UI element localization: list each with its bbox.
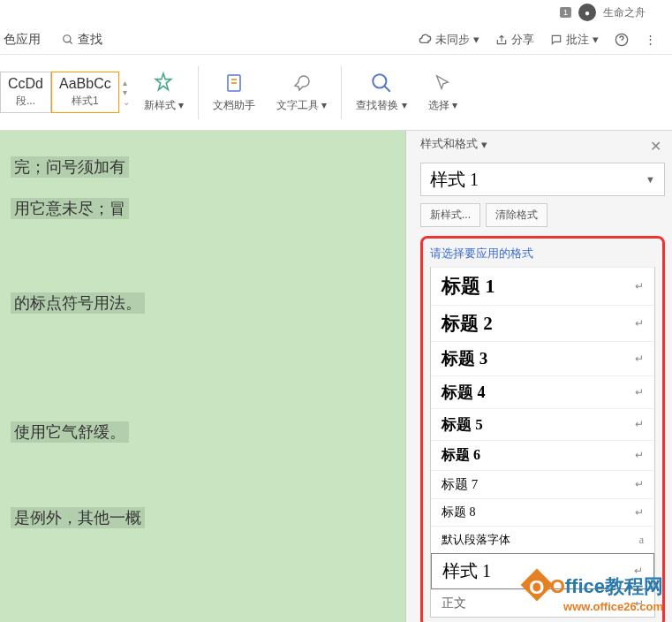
style-item-default-font[interactable]: 默认段落字体a — [431, 526, 654, 553]
comment-btn[interactable]: 批注 ▾ — [550, 32, 599, 48]
username: 生命之舟 — [603, 5, 646, 20]
styles-panel: 样式和格式 ▾ ✕ 样式 1 ▼ 新样式... 清除格式 请选择要应用的格式 标… — [413, 131, 672, 622]
clear-format-button[interactable]: 清除格式 — [486, 203, 547, 227]
find-replace-label: 查找替换 — [356, 99, 398, 111]
close-icon[interactable]: ✕ — [650, 138, 661, 155]
doc-text[interactable]: 是例外，其他一概 — [11, 507, 145, 528]
more-btn[interactable]: ⋮ — [645, 33, 656, 46]
style-name: 样式1 — [59, 94, 111, 109]
chevron-down-icon[interactable]: ▾ — [481, 138, 487, 151]
style-list: 标题 1↵ 标题 2↵ 标题 3↵ 标题 4↵ 标题 5↵ 标题 6↵ 标题 7… — [430, 267, 655, 618]
style-item-h1[interactable]: 标题 1↵ — [431, 267, 654, 305]
style-item-h8[interactable]: 标题 8↵ — [431, 498, 654, 526]
style-item-h6[interactable]: 标题 6↵ — [431, 440, 654, 470]
sync-btn[interactable]: 未同步 ▾ — [418, 32, 479, 48]
style-item-h4[interactable]: 标题 4↵ — [431, 375, 654, 408]
find-replace-icon — [370, 72, 393, 95]
tag-badge: 1 — [560, 7, 571, 18]
find-replace-btn[interactable]: 查找替换 ▾ — [345, 68, 417, 117]
doc-text[interactable]: 使用它气舒缓。 — [11, 421, 129, 443]
new-style-btn[interactable]: 新样式 ▾ — [133, 68, 194, 117]
comment-label: 批注 — [566, 32, 589, 48]
avatar[interactable]: ● — [578, 4, 596, 21]
chevron-down-icon: ▾ — [593, 33, 599, 46]
select-label: 选择 — [428, 99, 449, 111]
text-tool-label: 文字工具 — [276, 99, 319, 111]
style-item-h5[interactable]: 标题 5↵ — [431, 408, 654, 440]
doc-text[interactable]: 完；问号须加有 — [11, 156, 129, 178]
help-icon — [615, 33, 629, 47]
style-name: 段... — [8, 94, 43, 109]
logo-icon — [520, 569, 553, 602]
doc-helper-btn[interactable]: 文档助手 — [202, 68, 266, 117]
style-item-h2[interactable]: 标题 2↵ — [431, 305, 654, 341]
style-item-h7[interactable]: 标题 7↵ — [431, 470, 654, 498]
document-canvas[interactable]: 完；问号须加有 用它意未尽；冒 的标点符号用法。 使用它气舒缓。 是例外，其他一… — [0, 131, 406, 622]
style-gallery-item-current[interactable]: AaBbCc 样式1 — [51, 72, 119, 113]
doc-text[interactable]: 用它意未尽；冒 — [11, 198, 129, 219]
svg-point-0 — [64, 34, 71, 42]
share-icon — [495, 34, 508, 46]
sync-label: 未同步 — [435, 32, 470, 48]
current-style-label: 样式 1 — [430, 168, 479, 192]
style-preview: CcDd — [8, 76, 43, 92]
help-btn[interactable] — [615, 33, 629, 47]
chevron-down-icon: ▾ — [473, 33, 479, 46]
select-btn[interactable]: 选择 ▾ — [418, 68, 468, 117]
panel-title: 样式和格式 ▾ — [420, 136, 665, 152]
doc-text[interactable]: 的标点符号用法。 — [11, 292, 145, 314]
gallery-more-icon[interactable]: ⌄ — [123, 97, 130, 107]
new-style-label: 新样式 — [144, 99, 176, 111]
watermark-url: www.office26.com — [525, 600, 663, 613]
svg-line-1 — [70, 41, 72, 43]
watermark: Office教程网 www.office26.com — [525, 570, 663, 613]
comment-icon — [550, 34, 563, 46]
style-preview: AaBbCc — [59, 76, 111, 92]
svg-point-4 — [373, 74, 386, 87]
gallery-down-icon[interactable]: ▾ — [123, 87, 130, 97]
titlebar: 1 ● 生命之舟 — [0, 0, 672, 25]
svg-line-5 — [384, 86, 390, 92]
current-style-select[interactable]: 样式 1 ▼ — [420, 163, 665, 196]
style-item-h3[interactable]: 标题 3↵ — [431, 341, 654, 375]
text-tool-icon — [291, 72, 313, 95]
scrollbar[interactable] — [406, 131, 413, 622]
doc-helper-label: 文档助手 — [213, 98, 255, 113]
find-label: 查找 — [78, 32, 102, 48]
find-btn[interactable]: 查找 — [62, 32, 102, 48]
search-icon — [62, 34, 74, 46]
ribbon: CcDd 段... AaBbCc 样式1 ▴ ▾ ⌄ 新样式 ▾ 文档助手 文字… — [0, 55, 672, 131]
cursor-icon — [431, 72, 454, 95]
toolbar: 色应用 查找 未同步 ▾ 分享 批注 ▾ ⋮ — [0, 25, 672, 55]
style-gallery-item[interactable]: CcDd 段... — [0, 72, 51, 113]
share-btn[interactable]: 分享 — [495, 32, 534, 48]
divider — [341, 66, 342, 119]
divider — [198, 66, 199, 119]
style-list-highlight: 请选择要应用的格式 标题 1↵ 标题 2↵ 标题 3↵ 标题 4↵ 标题 5↵ … — [420, 236, 665, 622]
gallery-up-icon[interactable]: ▴ — [123, 78, 130, 87]
new-style-icon — [152, 72, 175, 95]
style-list-label: 请选择要应用的格式 — [430, 246, 655, 262]
app-color-btn[interactable]: 色应用 — [4, 32, 41, 48]
cloud-icon — [418, 33, 432, 47]
new-style-button[interactable]: 新样式... — [420, 203, 480, 227]
doc-helper-icon — [223, 72, 245, 95]
chevron-down-icon: ▼ — [646, 174, 655, 185]
text-tool-btn[interactable]: 文字工具 ▾ — [266, 68, 337, 117]
share-label: 分享 — [511, 32, 534, 48]
